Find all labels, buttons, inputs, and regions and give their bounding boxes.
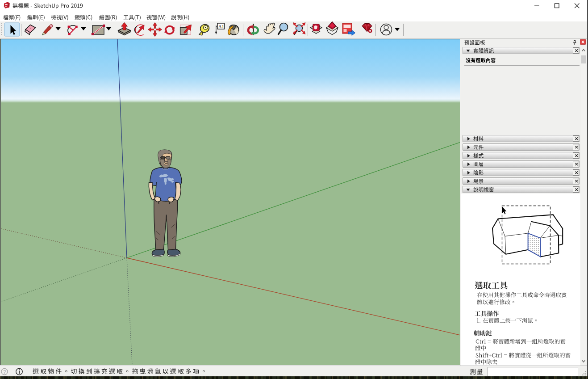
svg-text:A1: A1	[218, 24, 224, 29]
svg-text:?: ?	[3, 369, 6, 375]
